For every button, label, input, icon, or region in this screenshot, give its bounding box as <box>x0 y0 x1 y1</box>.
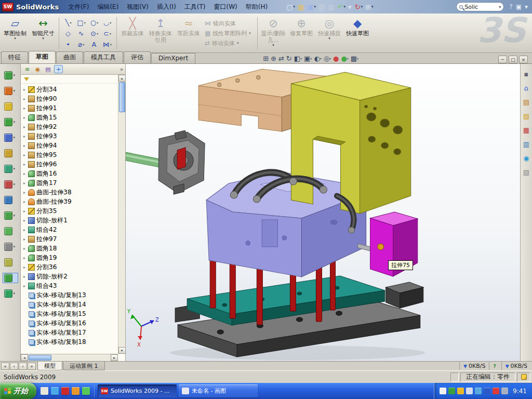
expand-arrow-icon[interactable]: ▸ <box>22 171 26 176</box>
dimxpert-manager-tab[interactable]: + <box>54 65 63 73</box>
task-paint[interactable]: 未命名 - 画图 <box>179 384 258 397</box>
minimize-document-button[interactable]: ─ <box>498 56 507 63</box>
expand-arrow-icon[interactable]: ▸ <box>22 190 26 195</box>
media-player-icon[interactable] <box>72 387 79 395</box>
last-frame-button[interactable]: » <box>28 363 36 370</box>
trim-entities-button[interactable]: ╳ 剪裁实体 <box>118 15 147 51</box>
tree-item[interactable]: ▸ 组合42 <box>22 225 118 234</box>
help-icon[interactable]: ? <box>508 2 513 12</box>
tree-item[interactable]: ▸ 曲面-拉伸38 <box>22 188 118 197</box>
expand-arrow-icon[interactable]: ▸ <box>22 265 26 270</box>
rebuild-icon[interactable]: ↻▾ <box>354 2 364 12</box>
circle-tool-icon[interactable]: ○▾ <box>88 17 101 28</box>
show-desktop-icon[interactable] <box>41 387 48 395</box>
tab-surfaces[interactable]: 曲面 <box>56 51 83 63</box>
ie-icon[interactable] <box>51 387 59 395</box>
yoke-bracket-part[interactable] <box>291 72 410 214</box>
arc-tool-icon[interactable]: ◡▾ <box>101 17 114 28</box>
print-icon[interactable]: ▤ <box>317 2 326 12</box>
scroll-thumb-horizontal[interactable] <box>29 355 51 361</box>
expand-arrow-icon[interactable]: ▸ <box>22 97 26 101</box>
tree-item[interactable]: ▸ 拉伸95 <box>22 150 118 159</box>
expand-arrow-icon[interactable]: ▸ <box>22 87 26 92</box>
sketch-draw-button[interactable]: ▱ 草图绘制 ▾ <box>1 15 29 51</box>
freeform-tool[interactable]: ▾ <box>3 288 18 299</box>
close-document-button[interactable]: × <box>519 56 528 63</box>
tree-item[interactable]: ▸ 切除-放样2 <box>22 272 118 281</box>
expand-arrow-icon[interactable]: ▸ <box>22 209 26 214</box>
select-icon[interactable]: ▾ <box>347 2 353 12</box>
sketch-tools-flyout[interactable]: ▾ <box>3 70 18 81</box>
tree-item[interactable]: 实体-移动/复制18 <box>22 337 118 347</box>
point-tool-icon[interactable]: • <box>62 39 75 50</box>
search-dropdown-icon[interactable]: ▾ <box>499 5 501 9</box>
reference-geometry-flyout[interactable]: ▾ <box>3 164 18 174</box>
centerline-tool-icon[interactable]: ⌀▾ <box>75 39 88 50</box>
menu-file[interactable]: 文件(F) <box>64 1 93 14</box>
print-preview-icon[interactable]: ▥ <box>327 2 336 12</box>
tree-item[interactable]: ▸ 圆角16 <box>22 169 118 178</box>
expand-arrow-icon[interactable]: ▸ <box>22 246 26 251</box>
expand-arrow-icon[interactable]: ▸ <box>22 284 26 288</box>
tree-item[interactable]: ▸ 拉伸94 <box>22 141 118 150</box>
next-frame-button[interactable]: › <box>19 363 27 370</box>
slot-tool-icon[interactable]: ⊂▾ <box>101 28 114 39</box>
file-explorer-icon[interactable]: ▨ <box>522 111 531 121</box>
tree-item[interactable]: ▸ 分割36 <box>22 262 118 272</box>
scene-icon[interactable]: ▩▾ <box>350 55 359 62</box>
panel-chevron[interactable]: » <box>120 66 123 72</box>
expand-arrow-icon[interactable]: ▸ <box>22 153 26 157</box>
menu-window[interactable]: 窗口(W) <box>210 1 242 14</box>
tab-evaluate[interactable]: 评估 <box>124 51 151 63</box>
tree-item[interactable]: ▸ 圆角17 <box>22 178 118 188</box>
tree-item[interactable]: ▸ 曲面-拉伸39 <box>22 197 118 206</box>
options-icon[interactable]: ⊞▾ <box>364 2 374 12</box>
motion-study-tab[interactable]: 运动算例 1 <box>63 362 105 370</box>
section-view-icon[interactable]: ◧▾ <box>294 55 302 62</box>
search-box[interactable]: Solic ▾ <box>456 2 504 11</box>
polygon-tool-icon[interactable]: ◇ <box>62 28 75 39</box>
new-document-icon[interactable]: ▢▾ <box>285 2 296 12</box>
expand-arrow-icon[interactable]: ▸ <box>22 125 26 129</box>
messenger-icon[interactable] <box>82 387 90 395</box>
text-tool-icon[interactable]: A <box>88 39 101 50</box>
pin-icon[interactable]: ▪ <box>522 69 531 78</box>
rectangle-tool-icon[interactable]: □▾ <box>75 17 88 28</box>
scroll-left-icon[interactable]: ◂ <box>21 354 28 361</box>
tree-item[interactable]: ▸ 分割34 <box>22 85 118 94</box>
expand-arrow-icon[interactable]: ▸ <box>22 237 26 242</box>
mirror-small-tool-icon[interactable]: ⋈▾ <box>101 39 114 50</box>
split-line-tool[interactable] <box>3 257 18 268</box>
menu-insert[interactable]: 插入(I) <box>153 1 180 14</box>
zoom-fit-icon[interactable]: ⊞ <box>262 55 269 62</box>
tree-horizontal-scrollbar[interactable]: ◂ ▸ <box>21 354 118 361</box>
appearance-green-icon[interactable]: ●▾ <box>340 55 349 62</box>
appearance-red-icon[interactable]: ● <box>332 55 339 62</box>
appearances-icon[interactable]: ◉ <box>522 153 531 163</box>
offset-entities-button[interactable]: ≈ 等距实体 <box>175 15 203 51</box>
tree-item[interactable]: 实体-移动/复制13 <box>22 290 118 300</box>
menu-tools[interactable]: 工具(T) <box>180 1 210 14</box>
expand-arrow-icon[interactable]: ▸ <box>22 106 26 111</box>
security-alert-icon[interactable] <box>493 388 499 394</box>
restore-document-button[interactable]: □ <box>509 56 517 63</box>
clamp-unit-part[interactable] <box>126 130 205 194</box>
tree-item[interactable]: ▸ 拉伸96 <box>22 159 118 169</box>
tree-item[interactable]: ▸ 圆角18 <box>22 244 118 253</box>
tree-item[interactable]: ▸ 拉伸91 <box>22 103 118 113</box>
pan-icon[interactable]: ⇄ <box>278 55 285 62</box>
draft-tool[interactable]: ▾ <box>3 242 18 252</box>
cut-tool[interactable] <box>3 195 18 205</box>
first-frame-button[interactable]: « <box>1 363 9 370</box>
tree-item[interactable]: ▸ 圆角19 <box>22 253 118 262</box>
view-palette-icon[interactable]: ▥ <box>522 139 531 149</box>
expand-arrow-icon[interactable]: ▸ <box>22 200 26 204</box>
revolve-tool[interactable]: ▾ <box>3 117 18 127</box>
extrude-tool[interactable] <box>3 101 18 112</box>
model-tab[interactable]: 模型 <box>37 362 62 370</box>
safety-shield-icon[interactable] <box>457 388 464 394</box>
tree-item[interactable]: ▸ 拉伸97 <box>22 234 118 244</box>
usb-icon[interactable] <box>501 388 508 394</box>
tree-item[interactable]: ▸ 拉伸90 <box>22 94 118 103</box>
tree-vertical-scrollbar[interactable]: ▴ ▾ <box>118 75 125 354</box>
